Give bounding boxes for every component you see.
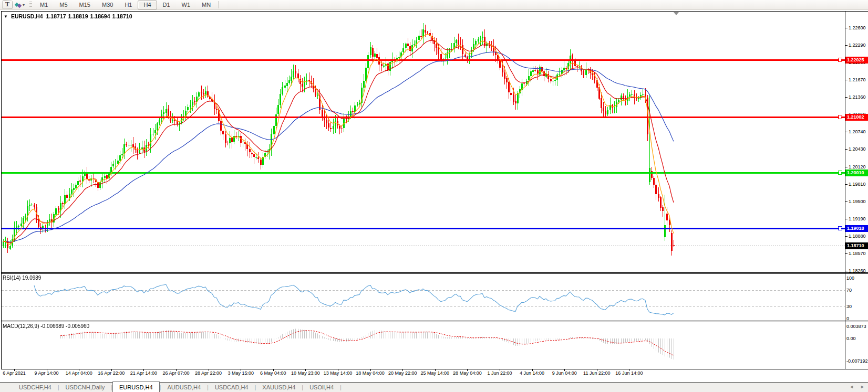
rsi-axis-label: 0 <box>846 316 849 322</box>
symbol-tab-usoil[interactable]: USOil,H4 <box>303 383 340 392</box>
time-tick-label: 10 May 23:00 <box>291 370 320 376</box>
timeframe-button-m30[interactable]: M30 <box>96 1 119 9</box>
macd-label: MACD(12,26,9) -0.006689 -0.005960 <box>3 323 89 329</box>
tab-scroll-left-icon[interactable]: ◄ <box>849 384 854 389</box>
symbol-tab-usdcnh[interactable]: USDCNH,Daily <box>59 383 111 392</box>
time-tick-mark <box>176 369 177 371</box>
price-tick-label: 1.20430 <box>849 146 866 152</box>
chart-dropdown-icon[interactable]: ▼ <box>4 14 8 19</box>
time-tick-mark <box>241 369 241 371</box>
main-chart-canvas[interactable] <box>2 12 845 272</box>
time-tick-mark <box>143 369 144 371</box>
time-tick-label: 18 May 04:00 <box>356 370 385 376</box>
ohlc-low: 1.18694 <box>90 13 110 19</box>
price-tick-label: 1.21670 <box>849 77 866 83</box>
time-tick-mark <box>597 369 597 371</box>
timeframe-button-group: M1M5M15M30H1H4D1W1MN <box>34 1 216 9</box>
symbol-tab-eurusd[interactable]: EURUSD,H4 <box>112 382 160 392</box>
price-tick-label: 1.22290 <box>849 43 866 48</box>
time-tick-label: 21 Apr 14:00 <box>130 370 157 376</box>
time-tick-label: 9 Apr 14:00 <box>35 370 59 376</box>
price-tick-label: 1.19190 <box>849 216 866 222</box>
timeframe-button-m15[interactable]: M15 <box>74 1 96 9</box>
toolbar: T ▾ M1M5M15M30H1H4D1W1MN <box>0 0 868 10</box>
time-tick-mark <box>435 369 436 371</box>
symbol-tab-audusd[interactable]: AUDUSD,H4 <box>161 383 207 392</box>
chart-symbol-label: EURUSD,H4 <box>11 13 43 19</box>
ohlc-open: 1.18717 <box>46 13 66 19</box>
panel-separator[interactable] <box>1 321 868 321</box>
time-tick-label: 13 May 14:00 <box>324 370 353 376</box>
time-tick-label: 9 Jun 04:00 <box>552 370 577 376</box>
time-tick-label: 28 Apr 22:00 <box>195 370 222 376</box>
price-axis-border <box>845 11 845 369</box>
styles-tool-button[interactable]: ▾ <box>13 1 27 9</box>
timeframe-button-m5[interactable]: M5 <box>54 1 73 9</box>
macd-axis-label: 0.00 <box>846 336 856 342</box>
symbol-tab-xauusd[interactable]: XAUUSD,H4 <box>256 383 302 392</box>
current-price-label: 1.18710 <box>845 242 868 249</box>
timeframe-button-w1[interactable]: W1 <box>176 1 197 9</box>
price-tick-label: 1.20740 <box>849 129 866 135</box>
timeframe-button-mn[interactable]: MN <box>196 1 216 9</box>
price-tick-label: 1.18880 <box>849 234 866 239</box>
time-tick-label: 16 Apr 22:00 <box>98 370 125 376</box>
time-tick-mark <box>209 369 209 371</box>
ohlc-high: 1.18819 <box>68 13 88 19</box>
rsi-axis-label: 70 <box>846 288 852 293</box>
time-tick-mark <box>14 369 15 371</box>
ohlc-close: 1.18710 <box>112 13 132 19</box>
tab-scroll-right-icon[interactable]: ► <box>860 384 865 389</box>
time-tick-mark <box>532 369 533 371</box>
chevron-down-icon: ▾ <box>23 1 25 9</box>
text-tool-button[interactable]: T <box>2 1 13 9</box>
price-tick-label: 1.22600 <box>849 25 866 31</box>
price-tick-label: 1.19500 <box>849 199 866 205</box>
time-tick-label: 20 May 22:00 <box>388 370 417 376</box>
hline-price-label: 1.19018 <box>845 225 868 232</box>
symbol-tab-usdchf[interactable]: USDCHF,H4 <box>13 383 58 392</box>
timeframe-button-h4[interactable]: H4 <box>138 1 157 9</box>
time-tick-mark <box>111 369 112 371</box>
hline-price-label: 1.21002 <box>845 114 868 121</box>
time-tick-label: 28 May 04:00 <box>453 370 482 376</box>
symbol-tab-bar: USDCHF,H4|USDCNH,Daily|EURUSD,H4|AUDUSD,… <box>0 382 868 392</box>
diamond-icon <box>17 4 22 8</box>
time-tick-label: 26 Apr 07:00 <box>162 370 189 376</box>
timeframe-button-d1[interactable]: D1 <box>157 1 176 9</box>
time-tick-mark <box>564 369 565 371</box>
rsi-panel-canvas[interactable] <box>2 274 845 320</box>
time-tick-label: 25 May 14:00 <box>421 370 450 376</box>
toolbar-grip <box>29 2 32 8</box>
time-tick-label: 11 Jun 22:00 <box>583 370 610 376</box>
time-tick-label: 4 Jun 14:00 <box>520 370 544 376</box>
hline-price-label: 1.20010 <box>845 169 868 176</box>
time-tick-label: 6 Apr 2021 <box>3 370 26 376</box>
panel-separator[interactable] <box>1 272 868 273</box>
time-tick-mark <box>305 369 306 371</box>
rsi-axis-label: 30 <box>846 304 852 310</box>
macd-axis-label: 0.003873 <box>846 324 866 330</box>
rsi-label: RSI(14) 19.0989 <box>3 275 41 281</box>
price-tick-label: 1.19810 <box>849 182 866 187</box>
tab-separator: | <box>340 384 342 390</box>
time-tick-mark <box>273 369 274 371</box>
symbol-tab-usdcad[interactable]: USDCAD,H4 <box>209 383 255 392</box>
toolbar-separator <box>218 1 219 8</box>
price-tick-label: 1.18260 <box>849 268 866 274</box>
time-tick-label: 16 Jun 14:00 <box>615 370 643 376</box>
time-tick-label: 6 May 04:00 <box>260 370 286 376</box>
rsi-axis-label: 100 <box>846 276 854 281</box>
time-tick-mark <box>338 369 338 371</box>
macd-axis-label: -0.007192 <box>846 358 868 364</box>
timeframe-button-h1[interactable]: H1 <box>119 1 138 9</box>
hline-price-label: 1.22025 <box>845 57 868 63</box>
macd-panel-canvas[interactable] <box>2 322 845 368</box>
chart-shift-marker-icon[interactable] <box>674 12 679 15</box>
time-tick-label: 1 Jun 22:00 <box>487 370 512 376</box>
time-tick-mark <box>629 369 629 371</box>
time-tick-label: 3 May 15:00 <box>228 370 254 376</box>
timeframe-button-m1[interactable]: M1 <box>34 1 54 9</box>
chart-header: ▼ EURUSD,H4 1.18717 1.18819 1.18694 1.18… <box>4 13 132 19</box>
mt4-window: { "toolbar": { "text_tool_label": "T", "… <box>0 0 868 392</box>
